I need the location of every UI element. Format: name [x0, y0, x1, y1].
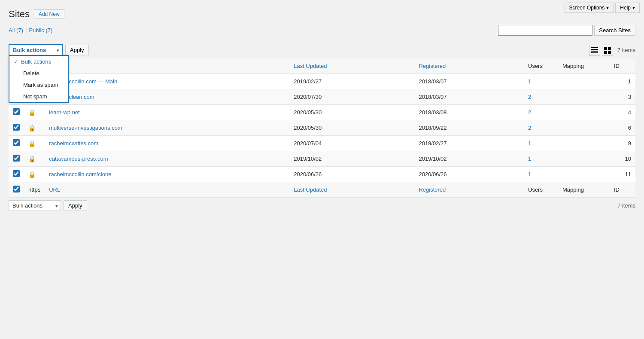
- tfoot-last-updated: Last Updated: [289, 182, 414, 198]
- tfoot-checkbox: [9, 182, 24, 198]
- bulk-actions-select[interactable]: Bulk actions Delete Mark as spam Not spa…: [9, 45, 62, 55]
- dropdown-item-mark-as-spam[interactable]: Mark as spam: [9, 79, 68, 91]
- right-controls: 7 items: [589, 45, 635, 56]
- last-updated-cell: 2019/10/02: [289, 151, 414, 167]
- last-updated-cell: 2020/07/04: [289, 136, 414, 151]
- filter-nav: All (7) | Public (7): [9, 27, 52, 34]
- th-last-updated: Last Updated: [289, 58, 414, 74]
- registered-cell: 2018/03/07: [414, 89, 524, 105]
- last-updated-sort-link[interactable]: Last Updated: [294, 63, 327, 69]
- table-row: 🔒learn-wp.net2020/05/302018/03/0824: [9, 105, 635, 120]
- search-button[interactable]: Search Sites: [594, 25, 635, 36]
- tfoot-https: https: [24, 182, 45, 198]
- top-items-count: 7 items: [617, 47, 635, 53]
- users-link[interactable]: 2: [528, 94, 531, 100]
- site-url-link[interactable]: multiverse-investigations.com: [49, 125, 122, 131]
- registered-sort-link[interactable]: Registered: [419, 63, 446, 69]
- row-checkbox[interactable]: [13, 170, 20, 177]
- dropdown-item-label: Bulk actions: [21, 58, 51, 65]
- site-url-link[interactable]: catawampus-press.com: [49, 156, 108, 162]
- tfoot-mapping: Mapping: [558, 182, 610, 198]
- table-row: 🔒catawampus-press.com2019/10/022019/10/0…: [9, 151, 635, 167]
- bottom-bulk-select[interactable]: Bulk actions Delete Mark as spam Not spa…: [9, 201, 61, 211]
- svg-rect-4: [604, 47, 607, 50]
- registered-cell: 2019/02/27: [414, 136, 524, 151]
- dropdown-item-not-spam[interactable]: Not spam: [9, 91, 68, 102]
- th-id: ID: [610, 58, 635, 74]
- dropdown-item-delete[interactable]: Delete: [9, 67, 68, 79]
- registered-cell: 2018/03/08: [414, 105, 524, 120]
- tfoot-url: URL: [45, 182, 289, 198]
- users-link[interactable]: 2: [528, 125, 531, 131]
- id-cell: 4: [610, 105, 635, 120]
- mapping-cell: [558, 120, 610, 136]
- users-link[interactable]: 1: [528, 171, 531, 177]
- filter-all-link[interactable]: All (7): [9, 27, 23, 34]
- registered-sort-link-footer[interactable]: Registered: [419, 186, 446, 193]
- users-link[interactable]: 1: [528, 156, 531, 162]
- filter-public-link[interactable]: Public (7): [29, 27, 52, 34]
- last-updated-cell: 2020/05/30: [289, 120, 414, 136]
- bottom-bulk-dropdown-wrap: Bulk actions Delete Mark as spam Not spa…: [9, 200, 61, 211]
- svg-rect-6: [604, 51, 607, 54]
- bottom-nav: Bulk actions Delete Mark as spam Not spa…: [9, 200, 635, 211]
- row-checkbox[interactable]: [13, 108, 20, 115]
- screen-options-button[interactable]: Screen Options ▾: [565, 3, 614, 13]
- users-link[interactable]: 2: [528, 109, 531, 116]
- page-header: Sites Add New: [9, 9, 635, 20]
- table-row: 🔒rachelmcwrites.com2020/07/042019/02/271…: [9, 136, 635, 151]
- lock-icon: 🔒: [28, 171, 36, 178]
- svg-rect-2: [591, 51, 598, 52]
- mapping-cell: [558, 105, 610, 120]
- svg-rect-3: [591, 52, 598, 53]
- table-row: 🔒rachelmclean.com2020/07/302018/03/0723: [9, 89, 635, 105]
- site-url-link[interactable]: rachelmccollin.com/clone: [49, 171, 111, 177]
- svg-rect-1: [591, 49, 598, 50]
- site-url-link[interactable]: rachelmcwrites.com: [49, 140, 98, 147]
- users-link[interactable]: 1: [528, 140, 531, 147]
- th-users: Users: [524, 58, 558, 74]
- help-button[interactable]: Help ▾: [615, 3, 640, 13]
- row-checkbox[interactable]: [13, 139, 20, 146]
- registered-cell: 2018/09/22: [414, 120, 524, 136]
- row-checkbox[interactable]: [13, 124, 20, 131]
- th-url: URL: [45, 58, 289, 74]
- registered-cell: 2018/03/07: [414, 74, 524, 89]
- help-arrow-icon: ▾: [632, 5, 635, 11]
- mapping-cell: [558, 74, 610, 89]
- last-updated-cell: 2020/05/30: [289, 105, 414, 120]
- list-view-icon: [591, 47, 598, 54]
- url-sort-link-footer[interactable]: URL: [49, 186, 60, 193]
- top-apply-button[interactable]: Apply: [65, 45, 89, 55]
- bottom-apply-button[interactable]: Apply: [64, 200, 87, 211]
- grid-view-button[interactable]: [602, 45, 613, 56]
- tfoot-id: ID: [610, 182, 635, 198]
- lock-icon: 🔒: [28, 109, 36, 116]
- tfoot-registered: Registered: [414, 182, 524, 198]
- select-all-footer-checkbox[interactable]: [13, 186, 20, 192]
- row-checkbox[interactable]: [13, 155, 20, 162]
- table-row: rachelmccollin.com — Main2019/02/272018/…: [9, 74, 635, 89]
- svg-rect-0: [591, 47, 598, 48]
- top-bar: Screen Options ▾ Help ▾: [560, 0, 644, 15]
- add-new-button[interactable]: Add New: [34, 9, 64, 19]
- bulk-actions-dropdown-wrap: Bulk actions Delete Mark as spam Not spa…: [9, 44, 63, 56]
- top-bulk-bar: Bulk actions Delete Mark as spam Not spa…: [9, 44, 89, 56]
- dropdown-item-bulk-actions[interactable]: ✓ Bulk actions: [9, 56, 68, 67]
- site-url-link[interactable]: learn-wp.net: [49, 109, 80, 116]
- search-input[interactable]: [498, 25, 592, 36]
- last-updated-sort-link-footer[interactable]: Last Updated: [294, 186, 327, 193]
- filter-sep: |: [25, 27, 27, 34]
- list-view-button[interactable]: [589, 45, 600, 56]
- th-mapping: Mapping: [558, 58, 610, 74]
- id-cell: 3: [610, 89, 635, 105]
- grid-view-icon: [604, 47, 611, 54]
- mapping-cell: [558, 151, 610, 167]
- users-link[interactable]: 1: [528, 78, 531, 85]
- id-cell: 9: [610, 136, 635, 151]
- id-cell: 1: [610, 74, 635, 89]
- dropdown-item-label: Mark as spam: [23, 82, 58, 88]
- mapping-cell: [558, 89, 610, 105]
- bottom-items-count: 7 items: [87, 202, 635, 209]
- dropdown-item-label: Delete: [23, 70, 39, 76]
